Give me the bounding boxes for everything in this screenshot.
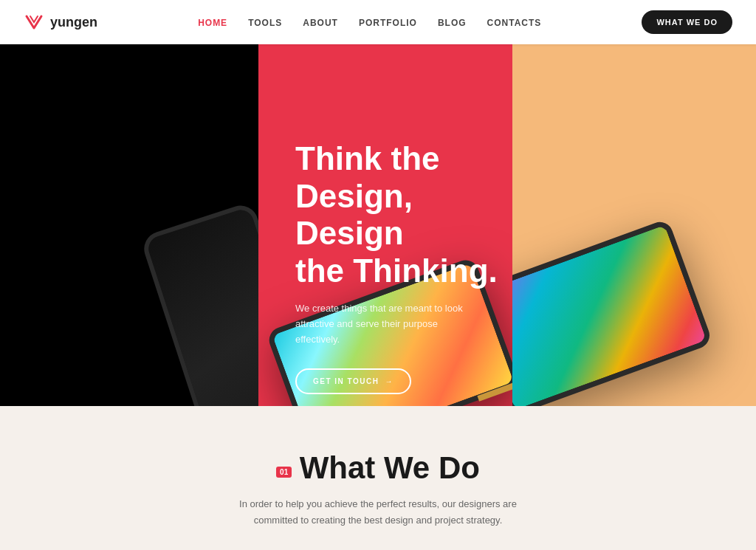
- what-we-do-button[interactable]: What We Do: [642, 10, 732, 34]
- hero-section: Think theDesign, Designthe Thinking. We …: [0, 44, 756, 406]
- nav-item-blog[interactable]: Blog: [438, 16, 467, 29]
- hero-panel-left: [0, 44, 258, 406]
- get-in-touch-button[interactable]: GET IN TOUCH →: [295, 368, 411, 394]
- nav-item-home[interactable]: Home: [198, 16, 227, 29]
- hero-subtitle: We create things that are meant to look …: [295, 301, 472, 347]
- section-title: What We Do: [300, 450, 480, 485]
- section-description: In order to help you achieve the perfect…: [223, 496, 533, 529]
- what-we-do-section: 01 What We Do In order to help you achie…: [0, 406, 756, 550]
- nav-item-portfolio[interactable]: Portfolio: [359, 16, 417, 29]
- nav-item-contacts[interactable]: Contacts: [487, 16, 542, 29]
- hero-text-block: Think theDesign, Designthe Thinking. We …: [295, 140, 512, 394]
- section-number: 01: [276, 467, 292, 478]
- logo-text: yungen: [50, 15, 97, 30]
- hero-title: Think theDesign, Designthe Thinking.: [295, 140, 512, 289]
- nav-item-about[interactable]: About: [303, 16, 338, 29]
- navbar: yungen Home Tools About Portfolio Blog C…: [0, 0, 756, 44]
- hero-panel-right: [512, 44, 756, 406]
- section-heading: 01 What We Do: [24, 450, 732, 486]
- hero-panel-center: Think theDesign, Designthe Thinking. We …: [258, 44, 512, 406]
- nav-item-tools[interactable]: Tools: [248, 16, 282, 29]
- logo[interactable]: yungen: [24, 12, 97, 32]
- logo-icon: [24, 12, 44, 32]
- nav-menu: Home Tools About Portfolio Blog Contacts: [198, 16, 541, 29]
